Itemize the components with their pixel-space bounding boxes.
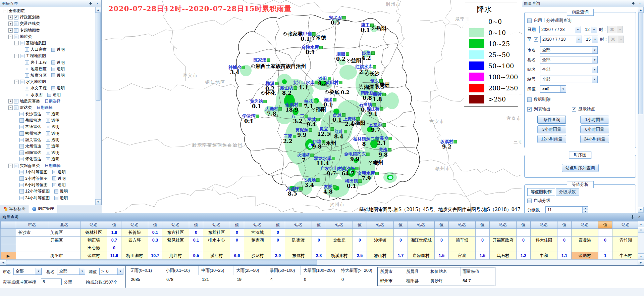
transparent-checkbox[interactable] — [52, 183, 56, 187]
close-icon[interactable]: × — [95, 1, 100, 6]
expand-icon[interactable]: + — [8, 15, 13, 19]
value-cell[interactable] — [353, 244, 367, 252]
close-icon[interactable]: × — [638, 1, 642, 6]
layer-tree-item[interactable]: −基础地质图 — [0, 40, 95, 46]
transparent-checkbox[interactable] — [52, 176, 56, 180]
value-cell[interactable]: 11.6 — [107, 252, 121, 260]
layer-checkbox[interactable] — [14, 22, 18, 26]
value-cell[interactable] — [435, 244, 449, 252]
chevron-down-icon[interactable]: ▼ — [591, 26, 597, 33]
value-cell[interactable]: 2.8 — [312, 252, 326, 260]
map-canvas[interactable]: 2020-07-28日12时--2020-07-28日15时累积雨量 基础地图审… — [102, 0, 522, 213]
layer-checkbox[interactable] — [25, 60, 29, 65]
value-cell[interactable] — [517, 229, 531, 237]
chevron-down-icon[interactable]: ▼ — [560, 86, 566, 92]
expand-icon[interactable]: + — [8, 22, 13, 26]
county-select[interactable]: 全部 ▼ — [540, 56, 598, 64]
layer-checkbox[interactable] — [20, 41, 24, 45]
station-cell[interactable]: 排水中心 — [203, 237, 230, 244]
date-select-link[interactable]: 日期选择 — [45, 163, 61, 169]
station-cell[interactable]: 雅山村 — [367, 252, 394, 260]
row-selector[interactable]: ▶ — [1, 252, 16, 260]
layer-checkbox[interactable] — [25, 47, 29, 52]
filter-city-select[interactable]: 全部 ▼ — [13, 268, 42, 275]
station-column-header[interactable]: 站名 — [490, 221, 517, 229]
value-cell[interactable] — [312, 244, 326, 252]
transparent-checkbox[interactable] — [46, 119, 50, 123]
value-column-header[interactable]: 值 — [394, 221, 408, 229]
station-cell[interactable]: 东盈村 — [285, 252, 312, 260]
value-cell[interactable] — [394, 244, 408, 252]
chevron-down-icon[interactable]: ▼ — [36, 268, 41, 274]
station-cell[interactable] — [326, 229, 353, 237]
value-cell[interactable]: 0 — [271, 237, 285, 244]
collapse-icon[interactable]: − — [14, 80, 19, 84]
layer-checkbox[interactable] — [14, 105, 18, 110]
collapse-icon[interactable]: − — [8, 35, 13, 39]
value-column-header[interactable]: 值 — [517, 221, 531, 229]
transparent-checkbox[interactable] — [51, 73, 55, 77]
layer-tree-item[interactable]: +交通路线类 — [0, 20, 95, 27]
value-cell[interactable] — [394, 229, 408, 237]
layer-checkbox[interactable] — [19, 196, 24, 200]
layer-checkbox[interactable] — [25, 73, 29, 78]
layer-tree-item[interactable]: 邵阳雷达透明 — [0, 150, 95, 156]
value-column-header[interactable]: 值 — [148, 221, 162, 229]
value-cell[interactable] — [148, 244, 162, 252]
transparent-checkbox[interactable] — [46, 151, 50, 155]
chevron-down-icon[interactable]: ▼ — [592, 56, 597, 63]
date-select-link[interactable]: 日期选择 — [45, 98, 61, 104]
layer-checkbox[interactable] — [19, 151, 24, 155]
value-cell[interactable]: 6.6 — [230, 252, 244, 260]
layer-checkbox[interactable] — [19, 138, 24, 142]
station-cell[interactable]: 长善垸 — [121, 229, 148, 237]
collapse-icon[interactable]: − — [14, 54, 19, 58]
scroll-thumb[interactable] — [6, 260, 317, 265]
layer-checkbox[interactable] — [25, 93, 29, 97]
value-cell[interactable]: 0 — [189, 229, 203, 237]
layer-tree-item[interactable]: +地质灾害类日期选择 — [0, 98, 95, 104]
layer-checkbox[interactable] — [19, 118, 24, 123]
value-cell[interactable] — [312, 229, 326, 237]
value-column-header[interactable]: 值 — [353, 221, 367, 229]
station-cell[interactable]: 金坑村 — [80, 252, 107, 260]
value-cell[interactable] — [230, 244, 244, 252]
station-cell[interactable]: 朝正垸 — [80, 237, 107, 244]
pin-icon[interactable] — [88, 1, 93, 6]
date-to-picker[interactable]: 2020 / 7 / 28 ▼ — [540, 36, 582, 43]
station-cell[interactable]: 沙坪镇 — [367, 237, 394, 244]
station-cell[interactable]: 东宜社区 — [162, 229, 189, 237]
ten-min-checkbox[interactable] — [527, 18, 532, 23]
station-cell[interactable]: 简车坝 — [449, 237, 476, 244]
station-cell[interactable] — [490, 229, 517, 237]
station-cell[interactable]: 乌石村 — [490, 252, 517, 260]
value-cell[interactable]: 1.8 — [107, 229, 121, 237]
close-icon[interactable]: × — [637, 215, 642, 219]
station-cell[interactable]: 杨溪湖村 — [326, 252, 353, 260]
station-cell[interactable]: 东郡社区 — [203, 229, 230, 237]
layer-checkbox[interactable] — [19, 144, 24, 149]
show-stations-checkbox[interactable] — [572, 107, 576, 112]
value-cell[interactable] — [271, 244, 285, 252]
layer-tree-item[interactable]: 地震烈度透明 — [0, 66, 95, 72]
transparent-checkbox[interactable] — [46, 157, 50, 161]
row-selector[interactable] — [1, 229, 16, 237]
station-cell[interactable] — [203, 244, 230, 252]
pin-icon[interactable] — [630, 215, 635, 219]
value-cell[interactable]: 0.7 — [107, 237, 121, 244]
value-cell[interactable]: 0 — [435, 237, 449, 244]
value-cell[interactable] — [476, 229, 490, 237]
scroll-up-icon[interactable]: ▲ — [95, 7, 101, 13]
layer-tree-item[interactable]: 韶关雷达透明 — [0, 137, 95, 143]
value-column-header[interactable]: 值 — [476, 221, 490, 229]
transparent-checkbox[interactable] — [47, 93, 51, 97]
row-selector[interactable] — [1, 237, 16, 244]
value-cell[interactable]: 0 — [557, 237, 572, 244]
station-cell[interactable] — [449, 229, 476, 237]
value-column-header[interactable]: 值 — [435, 221, 449, 229]
station-column-header[interactable]: 站名 — [326, 221, 353, 229]
collapse-icon[interactable]: − — [8, 105, 13, 110]
station-cell[interactable]: 湘江世纪城 — [408, 237, 435, 244]
layer-tree-item[interactable]: 水系面透明 — [0, 91, 95, 98]
layer-tree-item[interactable]: 怀化雷达透明 — [0, 156, 95, 162]
